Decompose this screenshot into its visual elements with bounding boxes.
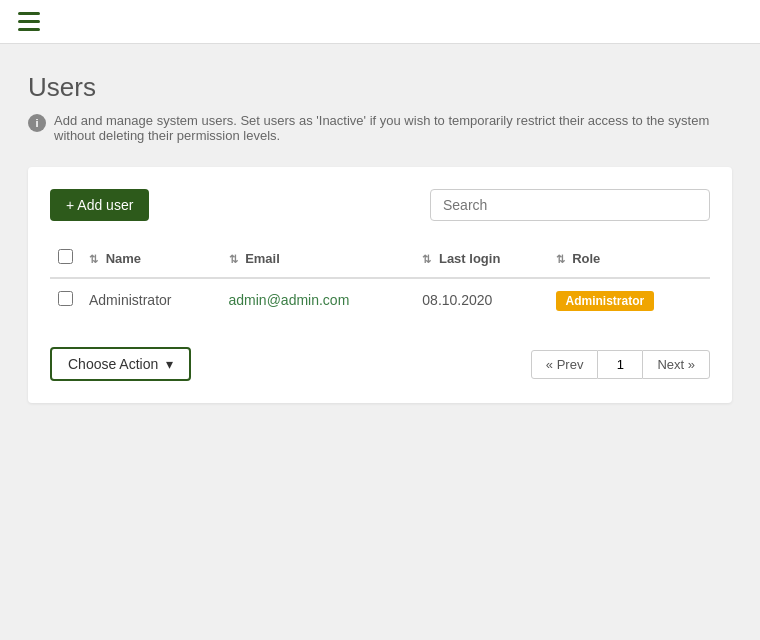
row-name: Administrator	[81, 278, 221, 321]
next-page-button[interactable]: Next »	[642, 350, 710, 379]
sort-icon-name: ⇅	[89, 253, 98, 266]
sort-icon-email: ⇅	[229, 253, 238, 266]
sort-icon-role: ⇅	[556, 253, 565, 266]
col-last-login: ⇅ Last login	[414, 239, 547, 278]
row-email: admin@admin.com	[221, 278, 415, 321]
search-input[interactable]	[430, 189, 710, 221]
prev-page-button[interactable]: « Prev	[531, 350, 599, 379]
add-user-button[interactable]: + Add user	[50, 189, 149, 221]
col-email: ⇅ Email	[221, 239, 415, 278]
info-row: i Add and manage system users. Set users…	[28, 113, 732, 143]
row-checkbox[interactable]	[58, 291, 73, 306]
row-role: Administrator	[548, 278, 711, 321]
table-body: Administrator admin@admin.com 08.10.2020…	[50, 278, 710, 321]
select-all-col	[50, 239, 81, 278]
info-text: Add and manage system users. Set users a…	[54, 113, 732, 143]
page-number-input[interactable]	[598, 350, 642, 379]
sort-icon-last-login: ⇅	[422, 253, 431, 266]
top-bar	[0, 0, 760, 44]
table-header: ⇅ Name ⇅ Email ⇅ Last login ⇅ Role	[50, 239, 710, 278]
row-last-login: 08.10.2020	[414, 278, 547, 321]
table-row: Administrator admin@admin.com 08.10.2020…	[50, 278, 710, 321]
row-checkbox-cell	[50, 278, 81, 321]
role-badge: Administrator	[556, 291, 655, 311]
hamburger-menu[interactable]	[18, 12, 40, 31]
choose-action-button[interactable]: Choose Action ▾	[50, 347, 191, 381]
users-table: ⇅ Name ⇅ Email ⇅ Last login ⇅ Role	[50, 239, 710, 321]
card-top: + Add user	[50, 189, 710, 221]
info-icon: i	[28, 114, 46, 132]
card-bottom: Choose Action ▾ « Prev Next »	[50, 337, 710, 381]
page-title: Users	[28, 72, 732, 103]
pagination: « Prev Next »	[531, 350, 710, 379]
dropdown-arrow-icon: ▾	[166, 356, 173, 372]
choose-action-label: Choose Action	[68, 356, 158, 372]
select-all-checkbox[interactable]	[58, 249, 73, 264]
users-card: + Add user ⇅ Name ⇅ Email	[28, 167, 732, 403]
page-content: Users i Add and manage system users. Set…	[0, 44, 760, 423]
col-name: ⇅ Name	[81, 239, 221, 278]
col-role: ⇅ Role	[548, 239, 711, 278]
